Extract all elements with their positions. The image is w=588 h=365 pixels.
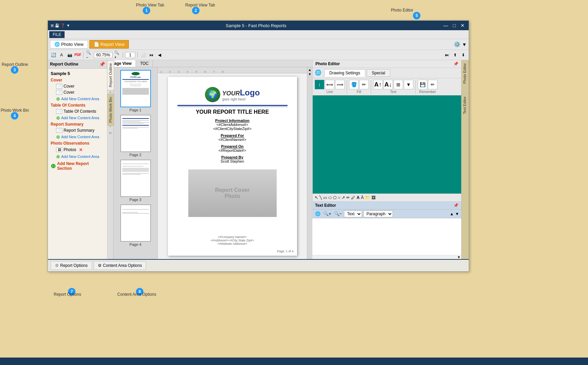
te-scroll-down[interactable]: ▼ — [455, 212, 459, 216]
pencil-tool[interactable]: ✏ — [346, 195, 350, 200]
thumb-3 — [120, 160, 151, 197]
refresh-btn[interactable]: 🔄 — [50, 52, 57, 58]
collapse-btn[interactable]: ⬇ — [460, 52, 467, 58]
zoom-in-btn[interactable]: 🔍+ — [114, 52, 121, 58]
add-content-summary[interactable]: ⊕ Add New Content Area — [48, 133, 107, 140]
circle-tool[interactable]: ○ — [338, 195, 340, 200]
thumb-page2[interactable]: Page 2 — [115, 115, 156, 157]
te-zoom-in[interactable]: 🔍+ — [323, 211, 332, 217]
te-globe-icon: 🌐 — [314, 211, 321, 217]
remember-btn[interactable]: 💾 — [418, 80, 427, 89]
te-pin[interactable]: 📌 — [453, 203, 459, 208]
te-content[interactable] — [312, 218, 461, 255]
text-btn[interactable]: A — [58, 52, 65, 58]
select-tool[interactable]: ↖ — [315, 195, 318, 200]
footer-text: <#Company Name#> <#Address#><#City State… — [210, 230, 254, 245]
zoom-input[interactable] — [94, 52, 113, 58]
page-number-input[interactable] — [125, 52, 135, 58]
line-tool[interactable]: ╲ — [319, 195, 322, 200]
fit-width-btn[interactable]: ⬜ — [140, 52, 146, 58]
line-style-btn[interactable]: ⟹ — [335, 80, 345, 89]
folder-tool[interactable]: 📁 — [365, 195, 370, 200]
tabs-dropdown-btn[interactable]: ⚙️ — [454, 41, 461, 48]
section-summary[interactable]: Report Summary — [48, 121, 107, 127]
vtab-photo-work-bin[interactable]: Photo Work Bin — [107, 94, 114, 126]
collapse-down-btn[interactable]: ▼ — [308, 72, 312, 76]
photo-view-tab[interactable]: 🌐 Photo View — [50, 40, 88, 49]
add-content-photos[interactable]: ⊕ Add New Content Area — [48, 153, 107, 160]
thumb-page3[interactable]: Page 3 — [115, 160, 156, 202]
pdf-btn[interactable]: PDF — [74, 52, 81, 58]
address2: <#ClientCityStateZip#> — [213, 127, 252, 131]
file-menu-btn[interactable]: FILE — [49, 31, 65, 38]
bubble-3: 3 — [11, 66, 18, 74]
vtab-report-outline[interactable]: Report Outline — [107, 60, 114, 90]
report-view-tab[interactable]: 📄 Report View — [89, 40, 129, 49]
pe-tab-drawing[interactable]: Drawing Settings — [324, 69, 365, 77]
image-tool[interactable]: 🖼 — [371, 195, 376, 200]
company-name: <#Company Name#> — [210, 235, 254, 239]
remember-label: Remember — [419, 90, 436, 94]
text-tool[interactable]: A — [357, 195, 360, 200]
bubble-4: 4 — [11, 112, 18, 120]
content-area-options-tab[interactable]: ⚙ Content Area Options — [93, 261, 146, 270]
line-icon: | — [319, 83, 320, 87]
thumb-page1[interactable]: YOURLogo YOUR REPORT TITLE HERE Project … — [115, 70, 156, 112]
thumb-page4[interactable]: Page 4 — [115, 204, 156, 247]
pin-btn[interactable]: 📌 — [99, 61, 105, 67]
zoom-out-btn[interactable]: 🔍− — [86, 52, 92, 58]
tree-item-toc[interactable]: 📄 Table Of Contents — [48, 108, 107, 114]
close-btn[interactable]: ✕ — [459, 23, 466, 28]
fill-color-btn[interactable]: 🪣 — [349, 80, 359, 89]
report-outline-header: Report Outline 📌 — [48, 60, 107, 69]
photo-editor-pin[interactable]: 📌 — [453, 61, 459, 66]
text-outline-tool[interactable]: Ā — [361, 195, 364, 200]
fill-style-btn[interactable]: ✏ — [359, 80, 369, 89]
te-zoom-out[interactable]: 🔍− — [333, 211, 343, 217]
add-content-cover[interactable]: ⊕ Add New Content Area — [48, 95, 107, 102]
te-text-select[interactable]: Text — [344, 211, 362, 217]
photo-btn[interactable]: 📷 — [66, 52, 73, 58]
rect-tool[interactable]: ▭ — [323, 195, 327, 200]
collapse-up-btn[interactable]: ▲ — [308, 68, 312, 72]
report-options-tab[interactable]: ⚙ Report Options — [51, 261, 92, 270]
vtab-photo-editor[interactable]: Photo Editor — [462, 60, 469, 87]
tabs-more-btn[interactable]: ▼ — [462, 42, 467, 47]
te-paragraph-select[interactable]: Paragraph — [363, 211, 393, 217]
tree-item-cover2[interactable]: 📄 Cover — [48, 89, 107, 95]
section-photos[interactable]: Photo Observations — [48, 140, 107, 146]
pe-globe-icon: 🌐 — [315, 69, 322, 77]
te-scroll-up[interactable]: ▲ — [450, 212, 454, 216]
line-weight-btn[interactable]: ⟺ — [325, 80, 334, 89]
pe-tab-special[interactable]: Special — [367, 69, 390, 77]
text-size-down-btn[interactable]: A↓ — [383, 80, 393, 89]
toc-tab[interactable]: TOC — [136, 60, 153, 67]
arrow-tool[interactable]: ↗ — [342, 195, 345, 200]
first-page-btn[interactable]: ⏮ — [148, 52, 155, 58]
maximize-btn[interactable]: □ — [452, 23, 457, 28]
prev-page-btn[interactable]: ◀ — [156, 52, 163, 58]
photo-delete-icon[interactable]: ✕ — [79, 147, 83, 152]
add-content-toc[interactable]: ⊕ Add New Content Area — [48, 114, 107, 121]
expand-btn[interactable]: ⬆ — [452, 52, 459, 58]
section-cover[interactable]: Cover — [48, 77, 107, 83]
section-toc[interactable]: Table Of Contents — [48, 102, 107, 108]
line-color-btn[interactable]: | — [315, 80, 324, 89]
photo-canvas[interactable] — [313, 95, 461, 194]
remember-pen-btn[interactable]: ✏ — [428, 80, 437, 89]
tree-item-photos[interactable]: 🖼 Photos ✕ — [48, 146, 107, 153]
pentagon-tool[interactable]: ⬠ — [333, 195, 336, 200]
text-grid-btn[interactable]: ⊞ — [394, 80, 403, 89]
add-report-section-btn[interactable]: ⊕ Add New Report Section — [48, 160, 107, 172]
tree-item-summary[interactable]: 📄 Report Summary — [48, 127, 107, 133]
oval-tool[interactable]: ⬭ — [328, 195, 332, 200]
highlight-tool[interactable]: 🖊 — [351, 195, 355, 200]
tabs-toolbar: 🌐 Photo View 📄 Report View ⚙️ ▼ — [48, 39, 469, 50]
minimize-btn[interactable]: — — [442, 23, 450, 28]
next-page-btn[interactable]: ⏭ — [444, 52, 450, 58]
te-scroll-right[interactable]: ▼ — [457, 255, 461, 259]
vtab-text-editor[interactable]: Text Editor — [462, 93, 469, 117]
text-more-btn[interactable]: ▼ — [404, 80, 413, 89]
text-size-up-btn[interactable]: A↑ — [373, 80, 383, 89]
tree-item-cover1[interactable]: 📄 Cover — [48, 83, 107, 89]
